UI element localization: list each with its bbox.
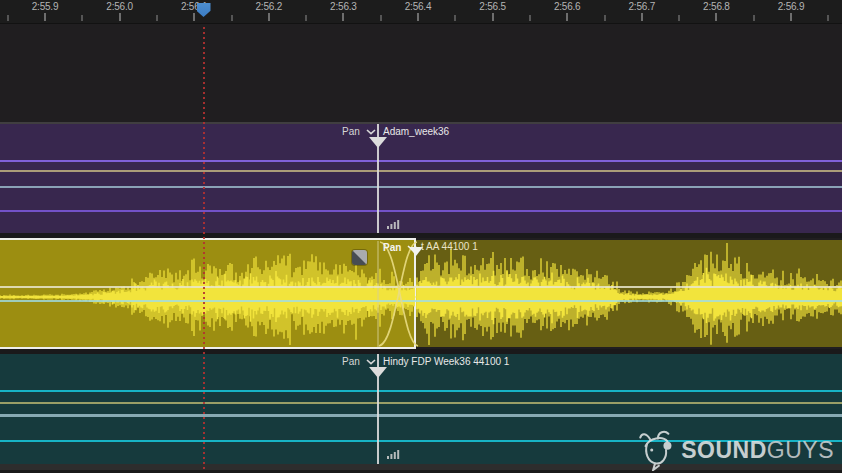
audio-timeline-panel: 2:55.92:56.02:56.12:56.22:56.32:56.42:56…	[0, 0, 842, 473]
pan-dropdown-track2[interactable]: Pan	[383, 242, 417, 253]
ruler-time-label: 2:56.8	[690, 1, 742, 12]
ruler-tick-minor	[7, 15, 9, 21]
timeline-ruler[interactable]: 2:55.92:56.02:56.12:56.22:56.32:56.42:56…	[0, 0, 842, 24]
ruler-time-label: 2:55.9	[19, 1, 71, 12]
ruler-time-label: 2:56.3	[317, 1, 369, 12]
fade-handle-icon[interactable]	[352, 250, 367, 265]
ruler-tick-minor	[753, 15, 755, 21]
ruler-tick-major	[492, 13, 494, 21]
ruler-tick-minor	[604, 15, 606, 21]
ruler-tick-major	[641, 13, 643, 21]
ruler-tick-major	[44, 13, 46, 21]
automation-line[interactable]	[0, 160, 842, 162]
playhead-line	[203, 17, 205, 470]
ruler-tick-minor	[827, 15, 829, 21]
ruler-tick-major	[417, 13, 419, 21]
automation-line[interactable]	[0, 402, 842, 404]
pan-label: Pan	[342, 356, 360, 367]
automation-line[interactable]	[0, 170, 842, 172]
pan-label: Pan	[383, 242, 401, 253]
clip-start-marker-icon[interactable]	[369, 137, 387, 148]
ruler-tick-minor	[81, 15, 83, 21]
ruler-tick-major	[715, 13, 717, 21]
ruler-tick-major	[342, 13, 344, 21]
volume-rubber-band[interactable]	[0, 286, 842, 288]
ruler-tick-minor	[678, 15, 680, 21]
ruler-time-label: 2:56.2	[243, 1, 295, 12]
audio-track-2[interactable]: Pan t AA 44100 1	[0, 238, 842, 354]
clip-name-track3: Hindy FDP Week36 44100 1	[383, 356, 509, 367]
ruler-tick-major	[119, 13, 121, 21]
ruler-time-label: 2:56.7	[616, 1, 668, 12]
pan-dropdown-track1[interactable]: Pan	[342, 126, 376, 137]
audio-level-meter-icon	[387, 449, 400, 459]
pan-dropdown-track3[interactable]: Pan	[342, 356, 376, 367]
ruler-time-label: 2:56.0	[94, 1, 146, 12]
ruler-tick-minor	[529, 15, 531, 21]
ruler-time-label: 2:56.4	[392, 1, 444, 12]
soundguys-logo: SOUNDGUYS	[638, 429, 834, 471]
ruler-tick-minor	[454, 15, 456, 21]
ruler-tick-major	[193, 13, 195, 21]
clip-name-track2: t AA 44100 1	[421, 241, 478, 252]
ruler-tick-minor	[231, 15, 233, 21]
crossfade-start-line	[377, 241, 379, 347]
automation-line[interactable]	[0, 390, 842, 392]
audio-track-1[interactable]: Pan Adam_week36	[0, 124, 842, 233]
ruler-tick-major	[566, 13, 568, 21]
ruler-tick-minor	[156, 15, 158, 21]
chevron-down-icon	[407, 245, 417, 251]
clip-start-marker-icon[interactable]	[369, 367, 387, 378]
timeline-empty-area	[0, 23, 842, 122]
ruler-tick-minor	[380, 15, 382, 21]
audio-level-meter-icon	[387, 219, 400, 229]
ruler-time-label: 2:56.6	[541, 1, 593, 12]
automation-line[interactable]	[0, 186, 842, 188]
ruler-tick-major	[790, 13, 792, 21]
ruler-time-label: 2:56.5	[467, 1, 519, 12]
goat-headphones-icon	[638, 429, 674, 471]
audio-clip-unselected[interactable]	[416, 240, 842, 347]
chevron-down-icon	[366, 359, 376, 365]
ruler-tick-minor	[305, 15, 307, 21]
soundguys-wordmark: SOUNDGUYS	[681, 437, 834, 464]
clip-name-track1: Adam_week36	[383, 126, 449, 137]
pan-label: Pan	[342, 126, 360, 137]
ruler-time-label: 2:56.9	[765, 1, 817, 12]
ruler-time-label: 2:56.1	[168, 1, 220, 12]
ruler-tick-major	[268, 13, 270, 21]
automation-line[interactable]	[0, 210, 842, 212]
automation-line[interactable]	[0, 414, 842, 417]
chevron-down-icon	[366, 129, 376, 135]
waveform-center-line	[0, 300, 842, 302]
